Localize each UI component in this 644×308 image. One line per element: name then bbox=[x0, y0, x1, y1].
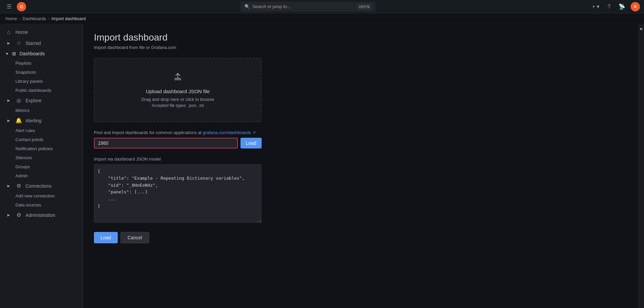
svg-rect-3 bbox=[174, 79, 181, 80]
sidebar-alerting-label: Alerting bbox=[25, 118, 41, 123]
sidebar-item-snapshots[interactable]: Snapshots bbox=[0, 68, 83, 77]
sidebar-item-dashboards[interactable]: ▼ ⊞ Dashboards bbox=[0, 49, 83, 59]
chevron-right-connections-icon: ▶ bbox=[5, 184, 12, 188]
chevron-right-icon: ▶ bbox=[5, 41, 12, 45]
load-inline-button[interactable]: Load bbox=[240, 138, 262, 148]
add-new-connection-label: Add new connection bbox=[15, 193, 55, 198]
search-placeholder: Search or jump to... bbox=[253, 4, 290, 9]
sidebar-connections-label: Connections bbox=[25, 183, 52, 189]
sidebar-dashboards-label: Dashboards bbox=[19, 51, 45, 56]
upload-types: Accepted file types: .json, .txt bbox=[108, 103, 248, 108]
contact-points-label: Contact points bbox=[15, 137, 43, 142]
add-button[interactable]: + ▾ bbox=[589, 2, 602, 11]
sidebar-item-public-dashboards[interactable]: Public dashboards bbox=[0, 86, 83, 95]
home-icon: ⌂ bbox=[5, 29, 12, 35]
search-icon: 🔍 bbox=[245, 4, 250, 9]
cancel-button[interactable]: Cancel bbox=[120, 232, 149, 243]
sidebar-item-metrics[interactable]: Metrics bbox=[0, 106, 83, 115]
chevron-right-alerting-icon: ▶ bbox=[5, 119, 12, 122]
main-content: Import dashboard Import dashboard from f… bbox=[83, 24, 639, 308]
load-button[interactable]: Load bbox=[94, 232, 118, 243]
sidebar-starred-label: Starred bbox=[25, 41, 41, 46]
main-layout: ⌂ Home ▶ ☆ Starred ▼ ⊞ Dashboards Playli… bbox=[0, 24, 644, 308]
collapse-panel[interactable]: ▶ bbox=[639, 24, 644, 308]
sidebar-item-notification-policies[interactable]: Notification policies bbox=[0, 144, 83, 153]
snapshots-label: Snapshots bbox=[15, 70, 36, 75]
public-dashboards-label: Public dashboards bbox=[15, 88, 51, 93]
topbar-left: ☰ G bbox=[4, 2, 26, 11]
upload-title: Upload dashboard JSON file bbox=[108, 88, 248, 94]
help-button[interactable]: ? bbox=[605, 2, 613, 11]
explore-icon: ◎ bbox=[15, 97, 22, 104]
sidebar-item-contact-points[interactable]: Contact points bbox=[0, 135, 83, 144]
chevron-right-admin-icon: ▶ bbox=[5, 213, 12, 217]
import-url-label: Find and import dashboards for common ap… bbox=[94, 130, 262, 135]
silences-label: Silences bbox=[15, 155, 32, 160]
sidebar-home-label: Home bbox=[15, 29, 28, 35]
import-url-text: Find and import dashboards for common ap… bbox=[94, 130, 203, 135]
json-section: Import via dashboard JSON model { "title… bbox=[94, 157, 262, 224]
playlists-label: Playlists bbox=[15, 61, 32, 66]
sidebar-item-groups[interactable]: Groups bbox=[0, 162, 83, 171]
library-panels-label: Library panels bbox=[15, 79, 43, 84]
sidebar-item-data-sources[interactable]: Data sources bbox=[0, 200, 83, 209]
json-section-label: Import via dashboard JSON model bbox=[94, 157, 262, 162]
hamburger-menu-button[interactable]: ☰ bbox=[4, 2, 14, 11]
breadcrumb: Home › Dashboards › Import dashboard bbox=[0, 13, 644, 24]
collapse-icon: ▶ bbox=[640, 27, 643, 30]
search-bar[interactable]: 🔍 Search or jump to... ctrl+k bbox=[241, 2, 375, 11]
alert-rules-label: Alert rules bbox=[15, 128, 35, 133]
sidebar: ⌂ Home ▶ ☆ Starred ▼ ⊞ Dashboards Playli… bbox=[0, 24, 83, 308]
dashboards-icon: ⊞ bbox=[12, 51, 16, 56]
sidebar-item-add-new-connection[interactable]: Add new connection bbox=[0, 191, 83, 200]
metrics-label: Metrics bbox=[15, 108, 30, 113]
administration-icon: ⚙ bbox=[15, 212, 22, 218]
upload-zone[interactable]: Upload dashboard JSON file Drag and drop… bbox=[94, 58, 262, 122]
upload-icon bbox=[108, 72, 248, 85]
page-subtitle: Import dashboard from file or Grafana.co… bbox=[94, 45, 628, 50]
grafana-logo: G bbox=[17, 2, 26, 11]
sidebar-item-connections[interactable]: ▶ ⚙ Connections bbox=[0, 180, 83, 191]
data-sources-label: Data sources bbox=[15, 202, 41, 207]
breadcrumb-dashboards[interactable]: Dashboards bbox=[22, 16, 46, 21]
sidebar-item-administration[interactable]: ▶ ⚙ Administration bbox=[0, 209, 83, 221]
json-textarea[interactable]: { "title": "Example - Repeating Dictiona… bbox=[94, 164, 262, 223]
sidebar-administration-label: Administration bbox=[25, 212, 55, 218]
bottom-buttons: Load Cancel bbox=[94, 232, 628, 243]
search-shortcut: ctrl+k bbox=[357, 4, 371, 9]
sidebar-explore-label: Explore bbox=[25, 98, 41, 103]
svg-text:G: G bbox=[20, 4, 23, 9]
topbar-right: + ▾ ? 📡 A bbox=[589, 2, 640, 11]
grafana-dashboards-link[interactable]: grafana.com/dashboards ↗ bbox=[203, 130, 256, 135]
sidebar-item-silences[interactable]: Silences bbox=[0, 153, 83, 162]
sidebar-item-playlists[interactable]: Playlists bbox=[0, 59, 83, 68]
breadcrumb-current: Import dashboard bbox=[51, 16, 86, 21]
sidebar-item-admin[interactable]: Admin bbox=[0, 171, 83, 180]
notification-policies-label: Notification policies bbox=[15, 146, 53, 151]
import-url-section: Find and import dashboards for common ap… bbox=[94, 130, 262, 148]
chevron-right-explore-icon: ▶ bbox=[5, 99, 12, 102]
sidebar-item-starred[interactable]: ▶ ☆ Starred bbox=[0, 38, 83, 49]
connections-icon: ⚙ bbox=[15, 183, 22, 189]
sidebar-item-alert-rules[interactable]: Alert rules bbox=[0, 126, 83, 135]
sidebar-item-explore[interactable]: ▶ ◎ Explore bbox=[0, 95, 83, 106]
breadcrumb-sep-1: › bbox=[19, 16, 20, 21]
upload-hint: Drag and drop here or click to browse bbox=[108, 97, 248, 102]
sidebar-item-alerting[interactable]: ▶ 🔔 Alerting bbox=[0, 115, 83, 126]
admin-label: Admin bbox=[15, 173, 28, 178]
groups-label: Groups bbox=[15, 164, 30, 169]
sidebar-item-library-panels[interactable]: Library panels bbox=[0, 77, 83, 86]
topbar: ☰ G 🔍 Search or jump to... ctrl+k + ▾ ? … bbox=[0, 0, 644, 13]
breadcrumb-sep-2: › bbox=[48, 16, 49, 21]
breadcrumb-home[interactable]: Home bbox=[5, 16, 17, 21]
chevron-down-small-icon: ▼ bbox=[5, 52, 9, 56]
import-url-row: Load bbox=[94, 138, 262, 148]
sidebar-item-home[interactable]: ⌂ Home bbox=[0, 27, 83, 38]
alerting-icon: 🔔 bbox=[15, 117, 22, 124]
dashboard-url-input[interactable] bbox=[94, 138, 238, 148]
notifications-button[interactable]: 📡 bbox=[616, 2, 628, 11]
page-title: Import dashboard bbox=[94, 32, 628, 43]
avatar[interactable]: A bbox=[631, 2, 640, 11]
star-icon: ☆ bbox=[15, 40, 22, 46]
